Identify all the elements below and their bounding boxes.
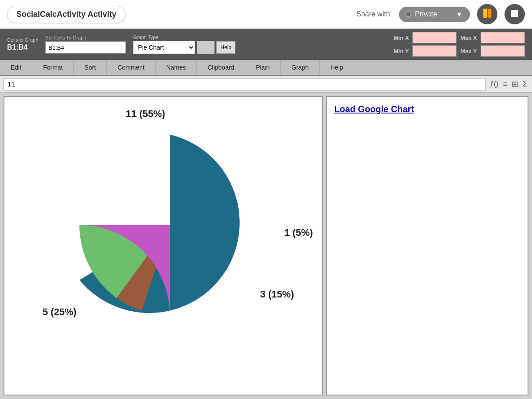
- chart-area: 11 (55%) 1 (5%) 3 (15%) 5 (25%): [4, 96, 323, 395]
- share-dropdown[interactable]: Private ▾: [399, 7, 470, 22]
- private-dot-icon: [405, 11, 411, 17]
- expand-icon: ↙: [495, 2, 499, 8]
- menu-names[interactable]: Names: [156, 60, 197, 75]
- book-icon-button[interactable]: ↙: [477, 4, 497, 24]
- graph-toolbar: Cells to Graph B1:B4 Set Cells To Graph …: [0, 29, 532, 60]
- min-x-label: Min X: [394, 35, 409, 41]
- main-content: 11 (55%) 1 (5%) 3 (15%) 5 (25%) Load Goo…: [0, 93, 532, 399]
- set-cells-input[interactable]: [45, 41, 126, 54]
- menu-comment[interactable]: Comment: [107, 60, 156, 75]
- menu-help[interactable]: Help: [320, 60, 354, 75]
- chevron-down-icon: ▾: [458, 10, 461, 19]
- link-icon[interactable]: ⊞: [511, 78, 519, 90]
- formula-icons: ƒ() ≡ ⊞ Σ: [489, 78, 528, 90]
- menu-plain[interactable]: Plain: [245, 60, 281, 75]
- graph-type-label: Graph Type: [133, 35, 235, 40]
- stop-icon: [510, 8, 520, 20]
- graph-type-select[interactable]: Pie Chart Bar Chart Line Chart: [133, 41, 195, 54]
- min-y-input[interactable]: [412, 45, 457, 57]
- cells-to-graph-group: Cells to Graph B1:B4: [7, 37, 38, 51]
- google-chart-panel: Load Google Chart: [326, 96, 528, 395]
- slice-4-label: 5 (25%): [43, 306, 77, 317]
- min-y-label: Min Y: [394, 48, 409, 55]
- load-google-chart-link[interactable]: Load Google Chart: [334, 104, 414, 114]
- set-cells-label: Set Cells To Graph: [45, 35, 126, 40]
- graph-type-group: Graph Type Pie Chart Bar Chart Line Char…: [133, 35, 235, 54]
- pie-chart-svg: 11 (55%) 1 (5%) 3 (15%) 5 (25%): [4, 97, 322, 344]
- top-bar: SocialCalcActivity Activity Share with: …: [0, 0, 532, 29]
- share-label: Share with:: [356, 10, 392, 18]
- list-icon[interactable]: ≡: [502, 79, 508, 89]
- app-title: SocialCalcActivity Activity: [7, 6, 125, 23]
- book-icon: [481, 7, 493, 22]
- max-y-input[interactable]: [481, 45, 525, 57]
- menu-clipboard[interactable]: Clipboard: [197, 60, 245, 75]
- slice-1-label: 11 (55%): [126, 108, 165, 119]
- max-y-label: Max Y: [460, 48, 477, 55]
- formula-input[interactable]: [4, 78, 485, 90]
- menu-graph[interactable]: Graph: [281, 60, 320, 75]
- max-x-label: Max X: [460, 35, 477, 41]
- menu-bar: Edit Format Sort Comment Names Clipboard…: [0, 60, 532, 76]
- slice-2-label: 1 (5%): [284, 227, 313, 238]
- svg-rect-0: [483, 9, 487, 18]
- graph-help-btn[interactable]: Help: [216, 41, 235, 54]
- cells-to-graph-label: Cells to Graph: [7, 37, 38, 43]
- menu-edit[interactable]: Edit: [0, 60, 32, 75]
- menu-sort[interactable]: Sort: [74, 60, 107, 75]
- graph-thumbnail-btn[interactable]: [197, 41, 215, 54]
- sigma-icon[interactable]: Σ: [522, 78, 528, 90]
- function-icon[interactable]: ƒ(): [489, 79, 500, 89]
- share-value: Private: [415, 10, 437, 18]
- cells-to-graph-value: B1:B4: [7, 43, 38, 51]
- svg-rect-1: [487, 9, 491, 18]
- min-x-input[interactable]: [412, 32, 457, 43]
- formula-bar: ƒ() ≡ ⊞ Σ: [0, 76, 532, 93]
- svg-rect-3: [511, 10, 518, 17]
- menu-format[interactable]: Format: [32, 60, 74, 75]
- max-x-input[interactable]: [481, 32, 525, 43]
- set-cells-group: Set Cells To Graph: [45, 35, 126, 54]
- slice-3-label: 3 (15%): [260, 289, 294, 300]
- stop-button[interactable]: [505, 4, 525, 24]
- minmax-group: Min X Max X Min Y Max Y: [394, 32, 525, 57]
